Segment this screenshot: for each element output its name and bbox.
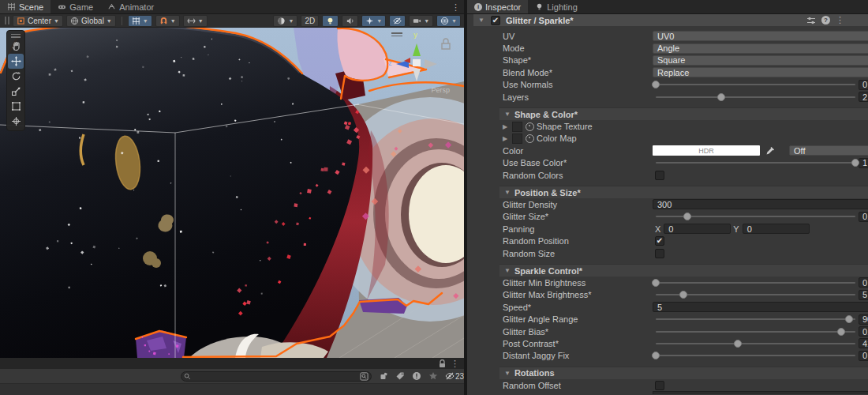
glitter-bias-slider-knob[interactable] [837,328,845,336]
layers-value[interactable]: 2 [859,92,868,102]
grid-snapping-button[interactable]: ▼ [155,15,180,27]
glitter-angle-range-slider-knob[interactable] [845,315,853,323]
object-picker-icon[interactable] [526,134,534,143]
panning-x-input[interactable]: 0 [664,224,731,234]
glitter-size-slider[interactable] [656,216,855,217]
scale-tool-button[interactable] [8,84,24,99]
axis-y-label[interactable]: y [413,31,417,39]
layers-slider-knob[interactable] [717,93,725,101]
section-header-rotations[interactable]: ▼Rotations [499,367,868,379]
use-normals-slider-knob[interactable] [652,81,660,88]
scene-camera-button[interactable]: ▼ [409,15,433,27]
perspective-label[interactable]: Persp [431,86,450,94]
random-position-checkbox[interactable]: ✔ [655,236,664,246]
grid-visibility-button[interactable]: ▼ [128,15,152,27]
mode-dropdown[interactable]: Angle [653,43,868,54]
search-input[interactable] [181,371,372,382]
use-base-color-slider[interactable] [656,162,855,164]
2d-mode-button[interactable]: 2D [301,15,319,27]
color-swatch[interactable]: HDR [653,145,760,156]
distant-jaggy-fix-value[interactable]: 0 [859,351,868,361]
section-header-shape-color[interactable]: ▼Shape & Color* [499,107,868,120]
shape-texture-texture-slot[interactable] [512,122,522,132]
section-foldout-icon[interactable]: ▼ [504,267,511,274]
presets-icon[interactable] [806,16,816,25]
glitter-max-brightness-slider[interactable] [656,294,855,295]
search-in-window-icon[interactable] [360,372,369,381]
tool-strip-handle[interactable] [7,32,24,39]
glitter-angle-range-slider[interactable] [656,318,855,320]
glitter-min-brightness-value[interactable]: 0 [859,277,868,288]
shading-mode-button[interactable]: ▼ [273,15,297,27]
texture-foldout-icon[interactable]: ▶ [503,123,512,130]
lock-icon[interactable] [439,359,446,368]
texture-foldout-icon[interactable]: ▶ [503,135,512,142]
panning-y-input[interactable]: 0 [743,224,810,234]
component-kebab-icon[interactable]: ⋮ [836,15,844,25]
gizmos-toggle-button[interactable]: ▼ [436,15,461,27]
rotate-tool-button[interactable] [8,69,24,84]
tab-lighting[interactable]: Lighting [528,0,585,13]
use-normals-value[interactable]: 0 [859,80,868,90]
scene-effects-button[interactable]: ▼ [361,15,386,27]
eyedropper-icon[interactable] [765,146,775,156]
glitter-max-brightness-slider-knob[interactable] [679,291,687,299]
glitter-density-input[interactable]: 300 [653,199,868,209]
post-contrast-slider[interactable] [656,343,855,344]
layers-slider[interactable] [656,96,855,98]
toolbar-handle-icon[interactable] [5,17,9,24]
bottom-panel-kebab-icon[interactable]: ⋮ [451,359,459,369]
object-picker-icon[interactable] [526,122,534,131]
axis-z-label[interactable]: z [388,59,392,67]
scene-audio-button[interactable] [342,15,358,27]
section-foldout-icon[interactable]: ▼ [504,189,511,196]
tool-handle-orientation-button[interactable]: Global▼ [66,15,116,27]
uv-dropdown[interactable]: UV0 [653,31,868,41]
component-foldout-icon[interactable]: ▼ [478,17,488,24]
orientation-gizmo[interactable]: y z Persp [385,29,461,105]
help-icon[interactable]: ? [821,16,830,24]
use-normals-slider[interactable] [656,84,855,85]
random-colors-checkbox[interactable] [655,171,664,180]
section-header-sparkle-control[interactable]: ▼Sparkle Control* [499,264,868,276]
section-foldout-icon[interactable]: ▼ [504,370,511,377]
glitter-size-slider-knob[interactable] [683,213,691,220]
glitter-min-brightness-slider-knob[interactable] [652,279,660,287]
scene-tab-kebab-icon[interactable]: ⋮ [447,0,464,13]
post-contrast-value[interactable]: 41 [859,338,868,348]
transform-tool-button[interactable] [8,114,24,129]
glitter-bias-value[interactable]: 0.9 [859,326,868,337]
post-contrast-slider-knob[interactable] [734,340,742,348]
filter-by-type-icon[interactable] [379,371,388,381]
tab-scene[interactable]: Scene [0,0,51,13]
glitter-max-brightness-value[interactable]: 5 [859,290,868,300]
section-header-position-size[interactable]: ▼Position & Size* [499,186,868,198]
tab-inspector[interactable]: i Inspector [467,0,528,13]
scene-lighting-button[interactable] [322,15,339,27]
glitter-angle-range-value[interactable]: 90 [859,314,868,325]
warning-filter-icon[interactable] [412,371,421,381]
rect-tool-button[interactable] [8,99,24,114]
section-foldout-icon[interactable]: ▼ [504,111,511,118]
hidden-objects-toggle[interactable]: 23 [445,371,464,381]
glitter-size-value[interactable]: 0.1 [859,212,868,222]
snap-increment-button[interactable]: ▼ [183,15,208,27]
scene-visibility-button[interactable] [389,15,406,27]
hand-tool-button[interactable] [8,39,24,54]
tab-animator[interactable]: Animator [100,0,161,13]
speed-input[interactable]: 5 [653,302,868,312]
move-tool-button[interactable] [8,54,24,69]
filter-by-label-icon[interactable] [395,371,405,381]
blend-mode-dropdown[interactable]: Replace [653,67,868,77]
use-base-color-value[interactable]: 1 [859,158,868,168]
random-offset-checkbox[interactable] [655,381,664,390]
random-size-checkbox[interactable] [655,249,664,258]
favorites-filter-icon[interactable] [428,371,438,381]
tab-game[interactable]: Game [51,0,100,13]
glitter-bias-slider[interactable] [656,331,855,333]
distant-jaggy-fix-slider-knob[interactable] [652,352,660,359]
gizmo-handle[interactable] [391,32,402,38]
distant-jaggy-fix-slider[interactable] [656,355,855,356]
component-enabled-checkbox[interactable]: ✔ [491,16,500,25]
component-header[interactable]: ▼ ✔ Glitter / Sparkle* ? ⋮ [473,14,868,26]
